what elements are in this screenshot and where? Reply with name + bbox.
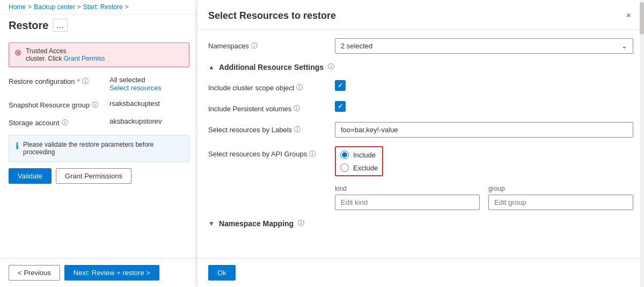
modal-close-button[interactable]: × bbox=[624, 9, 633, 23]
select-by-api-info-icon[interactable]: ⓘ bbox=[309, 149, 316, 159]
select-resources-link[interactable]: Select resources bbox=[109, 84, 162, 92]
include-cluster-checkbox[interactable]: ✓ bbox=[335, 80, 346, 91]
breadcrumb-backup-center[interactable]: Backup center bbox=[34, 3, 75, 11]
storage-account-info-icon[interactable]: ⓘ bbox=[62, 118, 68, 127]
select-by-api-label: Select resources by API Groups ⓘ bbox=[208, 146, 326, 159]
modal-header: Select Resources to restore × bbox=[197, 0, 644, 30]
radio-highlight-box: Include Exclude bbox=[335, 146, 383, 176]
exclude-radio-option[interactable]: Exclude bbox=[340, 163, 378, 172]
storage-account-label: Storage account ⓘ bbox=[9, 117, 105, 127]
restore-config-label: Restore configuration * ⓘ bbox=[9, 76, 105, 86]
scroll-indicator[interactable] bbox=[640, 0, 644, 287]
scroll-thumb[interactable] bbox=[640, 2, 644, 34]
restore-config-info-icon[interactable]: ⓘ bbox=[82, 77, 89, 86]
api-groups-options: Include Exclude bbox=[335, 146, 383, 176]
error-banner: ⊗ Trusted Acces cluster. Click Grant Per… bbox=[9, 42, 189, 67]
select-by-labels-info-icon[interactable]: ⓘ bbox=[294, 125, 301, 134]
exclude-radio-label: Exclude bbox=[353, 164, 378, 172]
namespaces-dropdown[interactable]: 2 selected ⌄ bbox=[335, 38, 633, 54]
storage-account-row: Storage account ⓘ aksbackupstorev bbox=[9, 117, 189, 127]
include-cluster-info-icon[interactable]: ⓘ bbox=[296, 83, 303, 92]
grant-permissions-button[interactable]: Grant Permissions bbox=[56, 168, 131, 184]
include-radio-option[interactable]: Include bbox=[340, 150, 378, 159]
snapshot-rg-row: Snapshot Resource group ⓘ rsaksbackuptes… bbox=[9, 99, 189, 110]
kind-field-group: kind bbox=[335, 185, 480, 210]
dropdown-chevron-icon: ⌄ bbox=[621, 42, 627, 50]
validate-button[interactable]: Validate bbox=[9, 168, 52, 184]
info-banner: ℹ Please validate the restore parameters… bbox=[9, 135, 189, 162]
check-icon-2: ✓ bbox=[338, 103, 343, 110]
error-icon: ⊗ bbox=[14, 47, 21, 58]
include-radio-label: Include bbox=[353, 151, 376, 159]
next-button[interactable]: Next: Review + restore > bbox=[64, 265, 159, 281]
additional-settings-info-icon[interactable]: ⓘ bbox=[328, 62, 334, 71]
modal-footer: Ok bbox=[197, 258, 644, 287]
page-title: Restore bbox=[9, 19, 48, 32]
ellipsis-button[interactable]: ... bbox=[53, 19, 67, 32]
kind-label: kind bbox=[335, 185, 480, 192]
storage-account-value: aksbackupstorev bbox=[109, 117, 162, 125]
select-by-labels-row: Select resources by Labels ⓘ bbox=[208, 122, 633, 138]
select-by-labels-label: Select resources by Labels ⓘ bbox=[208, 122, 326, 134]
namespace-mapping-header[interactable]: ▼ Namespace Mapping ⓘ bbox=[208, 219, 633, 228]
kind-group-row: kind group bbox=[335, 185, 633, 210]
info-banner-icon: ℹ bbox=[16, 141, 19, 151]
include-cluster-row: Include cluster scope object ⓘ ✓ bbox=[208, 80, 633, 92]
namespaces-row: Namespaces ⓘ 2 selected ⌄ bbox=[208, 38, 633, 54]
group-field-group: group bbox=[488, 185, 633, 210]
grant-permission-link[interactable]: Grant Permiss bbox=[64, 55, 105, 62]
group-input[interactable] bbox=[488, 195, 633, 210]
modal-title: Select Resources to restore bbox=[208, 10, 336, 21]
breadcrumb-start-restore[interactable]: Start: Restore bbox=[83, 3, 123, 11]
snapshot-rg-value: rsaksbackuptest bbox=[109, 99, 160, 107]
namespace-mapping-title: Namespace Mapping bbox=[219, 219, 294, 228]
include-persistent-checkbox[interactable]: ✓ bbox=[335, 101, 346, 112]
required-star: * bbox=[77, 77, 80, 85]
snapshot-rg-label: Snapshot Resource group ⓘ bbox=[9, 99, 105, 110]
info-banner-text: Please validate the restore parameters b… bbox=[23, 141, 182, 156]
previous-button[interactable]: < Previous bbox=[9, 265, 60, 281]
additional-settings-header[interactable]: ▲ Additional Resource Settings ⓘ bbox=[208, 62, 633, 71]
restore-config-row: Restore configuration * ⓘ All selected S… bbox=[9, 76, 189, 92]
exclude-radio-input[interactable] bbox=[340, 163, 349, 172]
breadcrumb: Home > Backup center > Start: Restore > bbox=[0, 0, 198, 15]
ok-button[interactable]: Ok bbox=[208, 265, 236, 281]
check-icon: ✓ bbox=[338, 82, 343, 89]
select-by-labels-input[interactable] bbox=[335, 122, 633, 138]
left-panel: Home > Backup center > Start: Restore > … bbox=[0, 0, 199, 287]
select-by-api-row: Select resources by API Groups ⓘ Include… bbox=[208, 146, 633, 176]
bottom-nav: < Previous Next: Review + restore > bbox=[0, 258, 199, 287]
breadcrumb-home[interactable]: Home bbox=[9, 3, 26, 11]
page-title-row: Restore ... bbox=[0, 15, 198, 36]
kind-input[interactable] bbox=[335, 195, 480, 210]
namespaces-value: 2 selected bbox=[341, 42, 372, 50]
select-resources-modal: Select Resources to restore × Namespaces… bbox=[197, 0, 644, 287]
group-label: group bbox=[488, 185, 633, 192]
include-cluster-label: Include cluster scope object ⓘ bbox=[208, 80, 326, 92]
include-radio-input[interactable] bbox=[340, 150, 349, 159]
collapse-chevron-icon: ▲ bbox=[208, 63, 215, 71]
modal-body: Namespaces ⓘ 2 selected ⌄ ▲ Additional R… bbox=[197, 30, 644, 258]
namespace-mapping-info-icon[interactable]: ⓘ bbox=[298, 219, 304, 228]
namespace-mapping-chevron-icon: ▼ bbox=[208, 220, 215, 227]
error-text: Trusted Acces cluster. Click Grant Permi… bbox=[26, 47, 105, 62]
include-persistent-info-icon[interactable]: ⓘ bbox=[294, 104, 300, 113]
include-persistent-label: Include Persistent volumes ⓘ bbox=[208, 101, 326, 113]
snapshot-rg-info-icon[interactable]: ⓘ bbox=[92, 101, 98, 110]
namespaces-label: Namespaces ⓘ bbox=[208, 38, 326, 51]
restore-config-value: All selected Select resources bbox=[109, 76, 162, 92]
additional-settings-title: Additional Resource Settings bbox=[219, 63, 324, 71]
include-persistent-row: Include Persistent volumes ⓘ ✓ bbox=[208, 101, 633, 113]
left-content: ⊗ Trusted Acces cluster. Click Grant Per… bbox=[0, 36, 198, 287]
namespaces-info-icon[interactable]: ⓘ bbox=[251, 41, 258, 51]
